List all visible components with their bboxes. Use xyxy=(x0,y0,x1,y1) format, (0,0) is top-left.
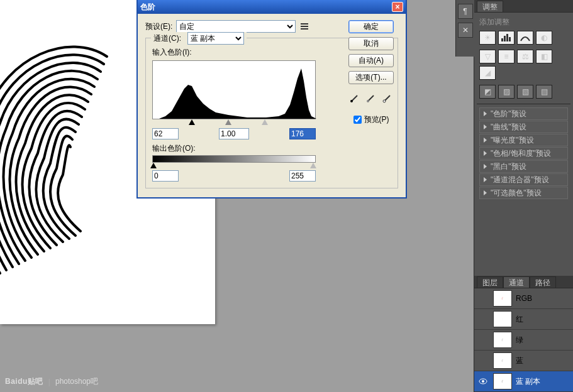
channel-item[interactable]: 绿 xyxy=(474,330,573,351)
channel-select[interactable]: 蓝 副本 xyxy=(187,32,244,45)
output-white-field[interactable] xyxy=(289,170,316,182)
channel-label: 蓝 副本 xyxy=(516,376,540,387)
preset-item[interactable]: "黑白"预设 xyxy=(479,160,568,173)
channel-item[interactable]: 蓝 xyxy=(474,351,573,371)
auto-button[interactable]: 自动(A) xyxy=(348,54,394,67)
chevron-right-icon xyxy=(484,124,487,129)
eyedropper-white-icon[interactable] xyxy=(381,92,394,104)
close-icon[interactable]: × xyxy=(392,2,403,12)
output-slider-track[interactable] xyxy=(152,163,316,169)
preset-item[interactable]: "曝光度"预设 xyxy=(479,134,568,146)
svg-point-5 xyxy=(350,100,353,102)
channel-label: 红 xyxy=(516,314,523,325)
dialog-title-text: 色阶 xyxy=(140,2,155,13)
input-gamma-field[interactable] xyxy=(219,128,249,139)
preview-label: 预览(P) xyxy=(364,114,389,125)
preview-checkbox-row[interactable]: 预览(P) xyxy=(353,114,389,125)
paragraph-tool-icon[interactable]: ¶ xyxy=(458,4,473,19)
watermark-brand: Baidu贴吧 xyxy=(5,376,43,387)
dialog-titlebar[interactable]: 色阶 × xyxy=(138,0,406,14)
preset-item-label: "曝光度"预设 xyxy=(491,135,534,146)
collapsed-tool-strip: ¶ ✕ xyxy=(455,0,474,57)
preset-menu-icon[interactable] xyxy=(299,21,309,31)
threshold-icon[interactable]: ▧ xyxy=(517,85,533,99)
channel-thumbnail xyxy=(493,373,512,389)
chevron-right-icon xyxy=(484,111,487,116)
input-slider-track[interactable] xyxy=(152,119,316,126)
preset-item-label: "曲线"预设 xyxy=(491,122,526,133)
preset-item-label: "通道混合器"预设 xyxy=(491,175,549,185)
svg-rect-10 xyxy=(501,38,503,41)
chevron-right-icon xyxy=(484,164,487,169)
channel-label: RGB xyxy=(516,294,532,303)
adjustments-panel: 调整 添加调整 ☀ ◐ ▽ ≡ ⚖ ◧ ◢ ◩ ▨ ▧ ▤ xyxy=(474,0,573,206)
svg-marker-3 xyxy=(153,68,316,119)
output-black-slider[interactable] xyxy=(150,163,157,168)
svg-point-9 xyxy=(383,100,386,102)
hue-sat-icon[interactable]: ≡ xyxy=(498,50,515,63)
preset-item[interactable]: "通道混合器"预设 xyxy=(479,173,568,186)
gradient-map-icon[interactable]: ▤ xyxy=(536,85,552,99)
midtone-slider[interactable] xyxy=(225,119,231,125)
channel-thumbnail xyxy=(493,352,512,369)
preset-item[interactable]: "曲线"预设 xyxy=(479,121,568,133)
preview-checkbox[interactable] xyxy=(353,116,362,124)
output-white-slider[interactable] xyxy=(310,163,316,168)
output-levels-label: 输出色阶(O): xyxy=(152,143,391,154)
preset-item-label: "黑白"预设 xyxy=(491,161,526,172)
svg-rect-0 xyxy=(301,23,308,24)
channel-item[interactable]: 蓝 副本 xyxy=(474,371,573,392)
bw-icon[interactable]: ◧ xyxy=(536,50,552,63)
fingerprint-image xyxy=(0,19,138,283)
preset-item[interactable]: "色相/饱和度"预设 xyxy=(479,147,568,160)
preset-select[interactable]: 自定 xyxy=(176,20,296,33)
channels-panel: 图层 通道 路径 RGB红绿蓝蓝 副本 xyxy=(474,276,573,392)
adjustments-hint: 添加调整 xyxy=(479,18,570,27)
tab-paths[interactable]: 路径 xyxy=(530,276,556,288)
preset-item-label: "可选颜色"预设 xyxy=(491,188,542,199)
tab-layers[interactable]: 图层 xyxy=(477,276,503,288)
chevron-right-icon xyxy=(484,138,487,143)
tools-icon[interactable]: ✕ xyxy=(458,23,473,38)
ok-button[interactable]: 确定 xyxy=(348,20,394,33)
preset-label: 预设(E): xyxy=(145,21,172,32)
levels-icon[interactable] xyxy=(498,31,515,45)
invert-icon[interactable]: ◩ xyxy=(479,85,496,99)
levels-dialog: 色阶 × 预设(E): 自定 通道(C): 蓝 副本 输入色阶(I): xyxy=(136,0,407,199)
preset-item[interactable]: "色阶"预设 xyxy=(479,107,568,120)
black-point-slider[interactable] xyxy=(189,119,195,125)
channel-item[interactable]: RGB xyxy=(474,288,573,309)
svg-point-15 xyxy=(482,380,484,383)
svg-rect-12 xyxy=(506,34,508,41)
exposure-icon[interactable]: ◐ xyxy=(536,31,552,45)
output-black-field[interactable] xyxy=(152,170,179,182)
white-point-slider[interactable] xyxy=(262,119,268,125)
channel-thumbnail xyxy=(493,332,512,348)
channel-label: 蓝 xyxy=(516,356,523,366)
channel-item[interactable]: 红 xyxy=(474,309,573,330)
svg-point-7 xyxy=(367,100,369,102)
curves-icon[interactable] xyxy=(517,31,533,45)
eyedropper-black-icon[interactable] xyxy=(348,92,361,104)
color-balance-icon[interactable]: ⚖ xyxy=(517,50,533,63)
posterize-icon[interactable]: ▨ xyxy=(498,85,515,99)
tab-adjustments[interactable]: 调整 xyxy=(477,1,503,12)
svg-rect-11 xyxy=(504,36,506,41)
options-button[interactable]: 选项(T)... xyxy=(348,71,394,84)
cancel-button[interactable]: 取消 xyxy=(348,37,394,50)
chevron-right-icon xyxy=(484,190,487,195)
eyedropper-gray-icon[interactable] xyxy=(365,92,377,104)
tab-channels[interactable]: 通道 xyxy=(503,276,530,288)
svg-rect-13 xyxy=(509,37,511,41)
channel-label: 绿 xyxy=(516,335,523,346)
chevron-right-icon xyxy=(484,151,487,156)
watermark: Baidu贴吧 | photoshop吧 xyxy=(5,376,98,387)
input-white-field[interactable] xyxy=(289,128,316,139)
vibrance-icon[interactable]: ▽ xyxy=(479,50,496,63)
photo-filter-icon[interactable]: ◢ xyxy=(479,66,496,80)
chevron-right-icon xyxy=(484,177,487,182)
brightness-icon[interactable]: ☀ xyxy=(479,31,496,45)
input-black-field[interactable] xyxy=(152,128,179,139)
preset-item-label: "色相/饱和度"预设 xyxy=(491,148,551,159)
preset-item[interactable]: "可选颜色"预设 xyxy=(479,187,568,199)
